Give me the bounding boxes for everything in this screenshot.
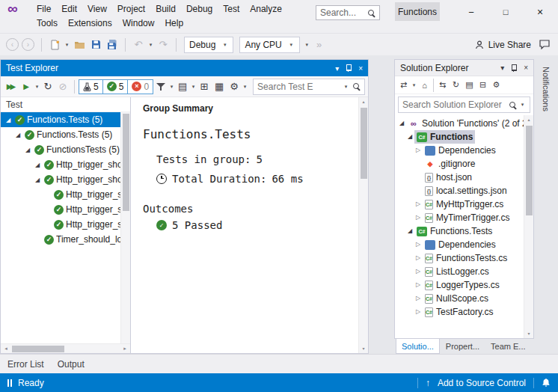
expand-icon[interactable]: ▷: [414, 265, 423, 278]
solution-tree-item[interactable]: ▷C#TestFactory.cs: [395, 305, 524, 319]
solution-tree-item[interactable]: ◢C#Functions: [395, 130, 524, 144]
switch-views-icon[interactable]: ⇄: [397, 78, 410, 93]
scroll-right-icon[interactable]: ▸: [120, 346, 129, 352]
test-tree-item[interactable]: ◢✓Functions.Tests (5): [1, 127, 120, 142]
pin-icon[interactable]: [345, 64, 352, 73]
save-icon[interactable]: [88, 37, 103, 52]
save-all-icon[interactable]: [105, 37, 120, 52]
solution-tree-scrollbar[interactable]: ▴ ▾: [524, 115, 533, 338]
bottom-tab-error-list[interactable]: Error List: [7, 359, 44, 370]
test-tree-item[interactable]: ✓Http_trigger_sho: [1, 187, 120, 202]
group-by-icon[interactable]: ⊞: [197, 79, 212, 94]
test-tree-item[interactable]: ✓Timer_should_log_: [1, 232, 120, 247]
test-tree-item[interactable]: ◢✓Functions.Tests (5): [1, 112, 120, 127]
solution-tree-item[interactable]: ▷C#FunctionsTests.cs: [395, 251, 524, 265]
expand-icon[interactable]: ▷: [414, 144, 423, 157]
scrollbar-thumb[interactable]: [12, 346, 64, 352]
expand-icon[interactable]: ▷: [414, 251, 423, 265]
collapse-icon[interactable]: ◢: [405, 224, 414, 238]
expand-icon[interactable]: ▷: [414, 278, 423, 292]
test-tree-item[interactable]: ◢✓Http_trigger_shoul: [1, 172, 120, 187]
search-options-chevron-icon[interactable]: ▾: [343, 84, 349, 90]
menu-analyze[interactable]: Analyze: [245, 2, 287, 16]
solution-tree-item[interactable]: ◢∞Solution 'Functions' (2 of 2 p: [395, 117, 524, 130]
layers-icon[interactable]: ▦: [212, 79, 227, 94]
menu-debug[interactable]: Debug: [181, 2, 218, 16]
solution-tree-item[interactable]: ▷Dependencies: [395, 144, 524, 157]
menu-project[interactable]: Project: [112, 2, 150, 16]
expand-icon[interactable]: ▷: [414, 292, 423, 305]
solution-tree-item[interactable]: ▷C#ListLogger.cs: [395, 265, 524, 278]
switch-views-chevron-icon[interactable]: ▾: [411, 82, 417, 88]
menu-extensions[interactable]: Extensions: [63, 16, 117, 31]
expand-icon[interactable]: ▷: [414, 211, 423, 224]
menu-help[interactable]: Help: [159, 16, 188, 31]
test-tree-item[interactable]: ✓Http_trigger_sho: [1, 217, 120, 232]
expand-icon[interactable]: ▷: [414, 238, 423, 251]
notifications-tab[interactable]: Notifications: [539, 61, 553, 117]
navigate-forward-icon[interactable]: ›: [22, 38, 34, 51]
add-to-source-control-button[interactable]: Add to Source Control: [438, 378, 526, 388]
close-icon[interactable]: ×: [358, 64, 363, 73]
solution-tree-item[interactable]: ▷Dependencies: [395, 238, 524, 251]
menu-test[interactable]: Test: [218, 2, 245, 16]
run-options-chevron-icon[interactable]: ▾: [34, 84, 40, 90]
failed-tests-filter-button[interactable]: × 0: [127, 79, 153, 94]
summary-scrollbar[interactable]: ▴ ▾: [358, 97, 368, 353]
solution-explorer-titlebar[interactable]: Solution Explorer ▾ ×: [395, 60, 533, 76]
passed-tests-filter-button[interactable]: ✓ 5: [102, 79, 129, 94]
test-column-header[interactable]: Test: [1, 97, 130, 112]
solution-platform-combo[interactable]: Any CPU ▾: [239, 37, 299, 53]
menu-window[interactable]: Window: [117, 16, 160, 31]
pin-icon[interactable]: [510, 64, 518, 73]
filter-icon[interactable]: [153, 79, 168, 94]
solution-configuration-combo[interactable]: Debug ▾: [184, 37, 233, 53]
close-icon[interactable]: ×: [524, 64, 528, 72]
collapse-icon[interactable]: ◢: [13, 132, 22, 138]
menu-edit[interactable]: Edit: [56, 2, 82, 16]
solution-tree-item[interactable]: ◆.gitignore: [395, 157, 524, 171]
run-all-tests-button[interactable]: ▶▶: [4, 79, 19, 94]
solution-tree-item[interactable]: ▷C#MyHttpTrigger.cs: [395, 197, 524, 211]
expand-icon[interactable]: ▷: [414, 305, 423, 319]
solution-tree-item[interactable]: ▷C#NullScope.cs: [395, 292, 524, 305]
test-explorer-titlebar[interactable]: Test Explorer ▾ ×: [1, 60, 368, 76]
playlist-chevron-icon[interactable]: ▾: [190, 84, 197, 90]
solution-search-input[interactable]: Search Solution Explorer ▾: [398, 97, 530, 113]
scroll-down-icon[interactable]: ▾: [362, 344, 364, 353]
quick-launch-search[interactable]: Search...: [316, 5, 380, 20]
collapse-icon[interactable]: ◢: [23, 147, 32, 153]
toolbar-overflow-icon[interactable]: »: [312, 37, 327, 52]
open-file-icon[interactable]: [72, 37, 87, 52]
collapse-icon[interactable]: ◢: [33, 162, 42, 168]
home-icon[interactable]: ⌂: [418, 78, 431, 93]
collapse-icon[interactable]: ◢: [4, 117, 13, 123]
test-tree-horizontal-scrollbar[interactable]: ◂ ▸: [1, 343, 130, 353]
playlist-icon[interactable]: ▤: [175, 79, 190, 94]
repeat-last-run-button[interactable]: ↻: [40, 79, 55, 94]
refresh-icon[interactable]: ↻: [450, 78, 462, 93]
tool-window-tab-team-e[interactable]: Team E...: [485, 339, 530, 354]
filter-chevron-icon[interactable]: ▾: [168, 84, 175, 90]
solution-tree-item[interactable]: {}host.json: [395, 171, 524, 184]
notifications-bell-icon[interactable]: [542, 378, 551, 388]
bottom-tab-output[interactable]: Output: [58, 359, 85, 370]
window-position-icon[interactable]: ▾: [335, 64, 339, 73]
solution-tree-item[interactable]: ▷C#MyTimerTrigger.cs: [395, 211, 524, 224]
expand-icon[interactable]: ▷: [414, 197, 423, 211]
scroll-up-icon[interactable]: ▴: [527, 115, 530, 124]
close-button[interactable]: ×: [531, 4, 549, 20]
test-tree-scrollbar[interactable]: [120, 112, 130, 343]
background-tasks-icon[interactable]: [7, 379, 12, 387]
test-search-input[interactable]: Search Test E ▾: [253, 79, 365, 95]
navigate-back-icon[interactable]: ‹: [6, 38, 19, 51]
window-position-icon[interactable]: ▾: [500, 64, 504, 72]
settings-gear-icon[interactable]: ⚙: [227, 79, 242, 94]
properties-icon[interactable]: ⚙: [490, 78, 503, 93]
new-project-icon[interactable]: [47, 37, 62, 52]
test-tree-item[interactable]: ◢✓FunctionsTests (5): [1, 142, 120, 157]
solution-tree-item[interactable]: ▷C#LoggerTypes.cs: [395, 278, 524, 292]
tool-window-tab-propert[interactable]: Propert...: [441, 339, 485, 354]
collapse-all-icon[interactable]: ⊟: [476, 78, 489, 93]
live-share-button[interactable]: Live Share: [474, 40, 531, 50]
